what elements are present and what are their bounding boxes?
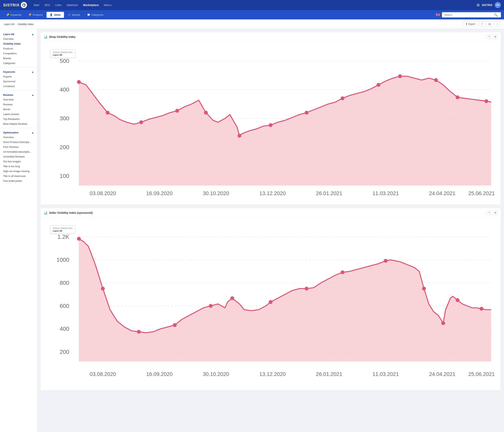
svg-text:500: 500 xyxy=(60,58,69,64)
svg-text:600: 600 xyxy=(60,303,69,309)
breadcrumb-current: Visibility Index xyxy=(18,23,34,26)
chart-container-1: Amazon Visibility Index Lepro UK 500 400… xyxy=(41,42,501,205)
sidebar-item-categories[interactable]: Categories xyxy=(0,61,37,65)
nav-marketplace[interactable]: Marketplace xyxy=(81,2,101,8)
chart-icon-1: 📊 xyxy=(44,35,47,39)
sidebar-item-poor-reviews[interactable]: Poor Reviews xyxy=(0,145,37,149)
nav-links-item[interactable]: Links xyxy=(53,2,63,8)
user-avatar[interactable]: SP xyxy=(495,2,501,8)
sidebar-section-optimisation[interactable]: Optimisation ▲ xyxy=(0,129,37,135)
svg-point-61 xyxy=(230,296,234,300)
brands-icon: 🛒 xyxy=(68,13,71,16)
sidebar-item-sponsored[interactable]: Sponsored xyxy=(0,79,37,84)
svg-point-25 xyxy=(204,111,208,115)
grid-view-icon: ⊟ xyxy=(488,22,491,26)
subnav-products[interactable]: 📦 Products xyxy=(25,12,46,18)
sidebar-item-short-product[interactable]: Short Product Descripti... xyxy=(0,140,37,145)
sidebar-item-latest-reviews[interactable]: Latest reviews xyxy=(0,112,37,117)
breadcrumb: Lepro UK › Visibility Index xyxy=(4,23,34,26)
sidebar-item-overview[interactable]: Overview xyxy=(0,37,37,41)
logo[interactable]: SISTRIX xyxy=(3,2,27,8)
breadcrumb-parent[interactable]: Lepro UK xyxy=(4,23,15,26)
nav-seo[interactable]: SEO xyxy=(42,2,52,8)
svg-point-56 xyxy=(77,237,81,241)
svg-text:25.06.2021: 25.06.2021 xyxy=(468,371,495,377)
chart-card-1: 📊 Shop Visibility Indey ? ⚙ Amazon Visib… xyxy=(40,32,501,205)
subnav-seller[interactable]: 👤 Seller xyxy=(46,12,64,18)
svg-text:26.01.2021: 26.01.2021 xyxy=(316,190,342,196)
share-button[interactable]: ⤴ xyxy=(479,21,485,27)
sidebar-item-reviews[interactable]: Reviews xyxy=(0,102,37,107)
svg-point-26 xyxy=(238,134,242,138)
chart-settings-btn-2[interactable]: ⚙ xyxy=(493,211,498,215)
sidebar-item-reviews-overview[interactable]: Overview xyxy=(0,97,37,102)
search-button[interactable]: 🔍 xyxy=(492,12,499,18)
sidebar-section-reviews[interactable]: Reviews ▲ xyxy=(0,92,37,97)
chart-title-2: Seller Visibility Index (sponsored) xyxy=(49,211,93,214)
breadcrumb-separator: › xyxy=(16,23,17,26)
chart-header-1: 📊 Shop Visibility Indey ? ⚙ xyxy=(41,32,501,42)
svg-text:400: 400 xyxy=(60,86,69,93)
svg-point-67 xyxy=(441,321,445,325)
sidebar-toggle-lepro: ▲ xyxy=(32,33,34,36)
sidebar-item-organic[interactable]: Organic xyxy=(0,74,37,79)
svg-point-32 xyxy=(434,78,438,82)
sidebar-item-title-long[interactable]: Title is too long xyxy=(0,164,37,169)
sidebar-item-visibility-index[interactable]: Visibility Index xyxy=(0,41,37,46)
svg-point-27 xyxy=(269,123,273,127)
chart-help-btn-2[interactable]: ? xyxy=(487,211,491,215)
sidebar-item-products[interactable]: Products xyxy=(0,46,37,51)
nav-links: Start SEO Links Optimizer Marketplace Mo… xyxy=(32,2,477,8)
svg-text:30.10.2020: 30.10.2020 xyxy=(203,190,229,196)
chart-tooltip-2: Amazon Visibility Index Lepro UK xyxy=(50,225,75,234)
chart-card-2: 📊 Seller Visibility Index (sponsored) ? … xyxy=(40,208,501,390)
sidebar-section-keywords[interactable]: Keywords ▲ xyxy=(0,69,37,74)
svg-point-60 xyxy=(209,304,213,308)
brand-name: SISTRIX xyxy=(3,3,20,7)
sidebar-item-words[interactable]: Words xyxy=(0,107,37,112)
export-button[interactable]: ⬆ Export xyxy=(463,21,478,27)
svg-text:100: 100 xyxy=(60,173,69,179)
subnav-keywords[interactable]: 🔑 Keywords xyxy=(3,12,25,18)
search-input[interactable] xyxy=(442,12,492,18)
subnav-brands[interactable]: 🛒 Brands xyxy=(65,12,83,18)
sidebar-item-combined[interactable]: Combined xyxy=(0,84,37,89)
sidebar-section-lepro[interactable]: Lepro UK ▲ xyxy=(0,31,37,37)
sidebar-item-highres[interactable]: High-res image missing xyxy=(0,169,37,174)
chart-svg-1: 500 400 300 200 100 03.08.2020 16.09.202… xyxy=(41,42,501,205)
sidebar-item-title-lowercase[interactable]: Title is all lowercase xyxy=(0,174,37,178)
breadcrumb-actions: ⬆ Export ⤴ ⊟ ↕ xyxy=(463,21,500,27)
sidebar-item-unformatted[interactable]: Un-formatted descriptio... xyxy=(0,149,37,154)
sidebar-item-most-helpful-reviews[interactable]: Most Helpful Reviews xyxy=(0,121,37,126)
sidebar-item-opt-overview[interactable]: Overview xyxy=(0,135,37,140)
sidebar-item-brands[interactable]: Brands xyxy=(0,56,37,61)
svg-text:03.08.2020: 03.08.2020 xyxy=(90,190,116,196)
sidebar-item-few-images[interactable]: Too few images xyxy=(0,159,37,164)
svg-point-66 xyxy=(422,287,426,291)
sidebar-item-top-reviewers[interactable]: Top Reviewers xyxy=(0,117,37,121)
sidebar-item-unverified[interactable]: Unverified Reviews xyxy=(0,154,37,159)
chart-help-btn-1[interactable]: ? xyxy=(487,35,491,39)
svg-text:200: 200 xyxy=(60,349,69,355)
nav-optimizer[interactable]: Optimizer xyxy=(64,2,80,8)
sidebar-item-few-bullets[interactable]: Few bullet points xyxy=(0,178,37,183)
svg-point-63 xyxy=(305,287,308,291)
nav-right: ⊞ SISTRIX SP xyxy=(477,2,501,8)
nav-more[interactable]: More xyxy=(102,2,114,8)
chart-icon-2: 📊 xyxy=(44,211,47,215)
grid-view-button[interactable]: ⊟ xyxy=(486,21,493,27)
chart-settings-btn-1[interactable]: ⚙ xyxy=(493,35,498,39)
nav-start[interactable]: Start xyxy=(32,2,41,8)
chart-svg-2: 1.2K 1000 800 600 400 200 03.08.2020 16.… xyxy=(41,218,501,390)
svg-text:16.09.2020: 16.09.2020 xyxy=(146,190,173,196)
subnav-categories[interactable]: 💬 Categories xyxy=(84,12,107,18)
flag-icon[interactable]: 🇬🇧 xyxy=(436,12,441,17)
grid-icon[interactable]: ⊞ xyxy=(477,3,480,7)
svg-point-31 xyxy=(398,74,402,78)
sidebar-item-competitors[interactable]: Competitors xyxy=(0,51,37,56)
logo-icon xyxy=(21,2,27,8)
svg-text:16.09.2020: 16.09.2020 xyxy=(146,371,173,377)
svg-text:13.12.2020: 13.12.2020 xyxy=(259,371,286,377)
list-view-button[interactable]: ↕ xyxy=(495,21,500,27)
chart-tooltip-1: Amazon Visibility Index Lepro UK xyxy=(50,49,75,58)
